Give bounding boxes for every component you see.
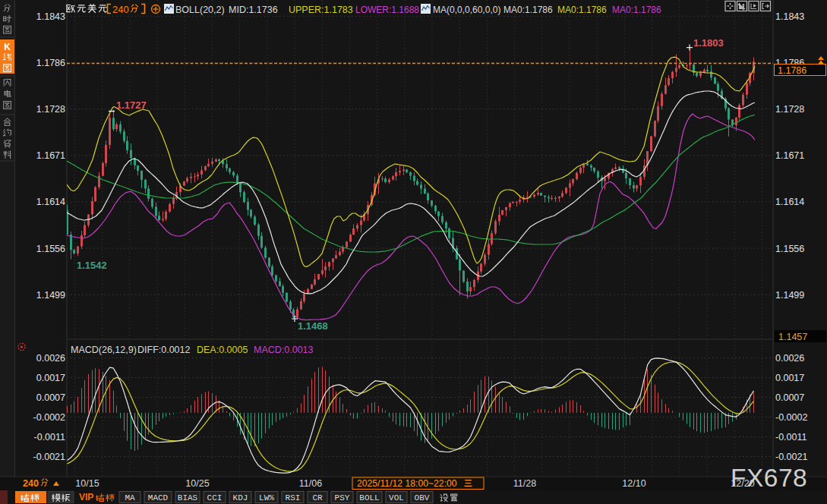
svg-text:1.1556: 1.1556 — [36, 244, 65, 254]
svg-text:1.1457: 1.1457 — [778, 332, 807, 342]
svg-text:MID:1.1736: MID:1.1736 — [229, 5, 278, 15]
svg-text:K: K — [4, 42, 11, 52]
svg-text:MA0:1.1786: MA0:1.1786 — [612, 5, 661, 15]
svg-text:LW%: LW% — [259, 493, 274, 502]
svg-text:1.1671: 1.1671 — [36, 150, 65, 161]
svg-text:1.1786: 1.1786 — [36, 58, 65, 68]
svg-text:1.1499: 1.1499 — [36, 290, 65, 301]
svg-text:MA0:1.1786: MA0:1.1786 — [557, 5, 607, 15]
svg-text:0.0026: 0.0026 — [775, 353, 804, 364]
svg-text:1.1786: 1.1786 — [778, 65, 806, 76]
svg-text:1.1556: 1.1556 — [775, 244, 804, 254]
svg-text:0.0017: 0.0017 — [775, 373, 804, 383]
svg-text:1.1671: 1.1671 — [775, 150, 804, 161]
svg-text:MA: MA — [125, 493, 135, 502]
svg-text:LOWER:1.1688: LOWER:1.1688 — [355, 5, 419, 15]
svg-text:-0.0021: -0.0021 — [775, 452, 807, 462]
svg-text:11/28: 11/28 — [513, 478, 536, 489]
svg-text:KDJ: KDJ — [233, 493, 248, 502]
svg-text:1.1843: 1.1843 — [36, 11, 65, 22]
svg-text:0.0007: 0.0007 — [775, 392, 804, 403]
svg-text:MACD(26,12,9): MACD(26,12,9) — [71, 345, 137, 355]
svg-text:1.1542: 1.1542 — [77, 260, 107, 271]
svg-text:0.0017: 0.0017 — [36, 373, 65, 383]
svg-text:240: 240 — [112, 4, 129, 15]
svg-text:0.0007: 0.0007 — [36, 392, 65, 403]
svg-text:12/10: 12/10 — [622, 478, 646, 489]
svg-text:MACD:0.0013: MACD:0.0013 — [254, 345, 314, 355]
svg-text:1.1843: 1.1843 — [775, 11, 804, 22]
svg-text:BOLL(20,2): BOLL(20,2) — [175, 5, 225, 15]
svg-text:DEA:0.0005: DEA:0.0005 — [197, 345, 248, 355]
svg-text:RSI: RSI — [286, 493, 301, 502]
svg-text:CCI: CCI — [207, 493, 223, 502]
svg-text:2025/11/12 18:00~22:00: 2025/11/12 18:00~22:00 — [357, 478, 457, 489]
svg-text:11/06: 11/06 — [299, 478, 322, 489]
svg-text:-0.0002: -0.0002 — [33, 412, 65, 423]
svg-text:-0.0011: -0.0011 — [34, 432, 66, 443]
svg-text:VOL: VOL — [389, 493, 404, 502]
svg-text:-0.0002: -0.0002 — [775, 412, 807, 423]
svg-text:1.1614: 1.1614 — [775, 197, 804, 207]
svg-text:UPPER:1.1783: UPPER:1.1783 — [289, 5, 353, 15]
svg-text:1.1728: 1.1728 — [775, 104, 804, 115]
svg-text:VIP: VIP — [79, 492, 93, 502]
svg-text:10/25: 10/25 — [185, 478, 209, 489]
svg-text:CR: CR — [312, 493, 323, 502]
svg-text:-0.0021: -0.0021 — [33, 452, 65, 462]
svg-text:BOLL: BOLL — [359, 493, 379, 502]
svg-text:-0.0011: -0.0011 — [775, 432, 807, 443]
svg-text:OBV: OBV — [415, 493, 430, 502]
svg-text:BIAS: BIAS — [178, 493, 198, 502]
svg-text:MACD: MACD — [148, 493, 169, 502]
svg-text:1.1499: 1.1499 — [775, 290, 804, 301]
svg-text:1.1614: 1.1614 — [36, 197, 65, 207]
svg-text:1.1468: 1.1468 — [298, 320, 328, 332]
svg-text:10/15: 10/15 — [75, 478, 99, 489]
svg-text:MA(0,0,0,60,0,0): MA(0,0,0,60,0,0) — [433, 5, 500, 15]
svg-text:DIFF:0.0012: DIFF:0.0012 — [137, 345, 191, 355]
svg-text:1.1803: 1.1803 — [693, 37, 724, 49]
svg-text:1.1727: 1.1727 — [116, 99, 147, 111]
svg-text:0.0026: 0.0026 — [36, 353, 65, 364]
svg-text:1.1728: 1.1728 — [36, 104, 65, 115]
svg-text:240: 240 — [23, 478, 39, 489]
svg-text:PSY: PSY — [335, 493, 350, 502]
svg-text:MA0:1.1786: MA0:1.1786 — [503, 5, 553, 15]
svg-text:FX678: FX678 — [731, 464, 807, 492]
